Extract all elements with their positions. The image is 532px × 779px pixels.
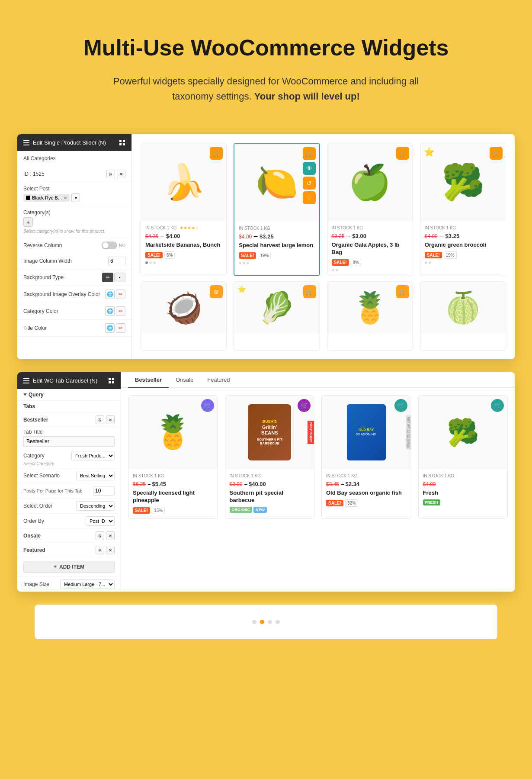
grid-icon-2[interactable] [109, 378, 115, 384]
bg-type-image-btn[interactable]: ▪ [114, 273, 125, 282]
hamburger-icon-2[interactable] [23, 378, 29, 383]
close-tag-icon[interactable]: ✕ [64, 196, 67, 200]
bottom-area [35, 605, 497, 639]
tab-pineapple-cart[interactable]: 🛒 [201, 399, 214, 412]
tab-oldbay-cart[interactable]: 🛒 [394, 399, 407, 412]
select-order-label: Select Order [23, 503, 52, 509]
category-color-slash-btn[interactable]: ✏ [116, 306, 125, 316]
coconut-cart-btn[interactable]: ⊕ [210, 285, 223, 298]
onsale-copy-btn[interactable]: ⎘ [96, 531, 104, 540]
lemon-heart-btn[interactable]: ♡ [303, 191, 316, 204]
bestseller-close-btn[interactable]: ✕ [106, 415, 115, 424]
bestseller-copy-btn[interactable]: ⎘ [96, 415, 104, 424]
tab-nav-bestseller[interactable]: Bestseller [128, 372, 169, 387]
product-image-apple: 🍏 🛒 [327, 143, 413, 221]
tab-nav-onsale[interactable]: Onsale [169, 372, 200, 387]
broccoli-sale-badge: SALE! [425, 252, 442, 258]
select-post-row: Select Post Black Rye B... ✕ ▾ [17, 182, 131, 206]
onsale-close-btn[interactable]: ✕ [106, 531, 115, 540]
title-color-globe-btn[interactable]: 🌐 [105, 323, 115, 333]
bg-type-pen-btn[interactable]: ✏ [102, 273, 113, 282]
broccoli-stock: IN STOCK 1 KG [425, 225, 502, 230]
tab-oldbay-info: IN STOCK 1 KG $3.45 – $2.34 Old Bay seas… [322, 469, 411, 511]
image-column-width-input[interactable] [108, 257, 125, 265]
reverse-column-toggle[interactable]: NO [102, 241, 125, 249]
tab-product-fresh: 🥦 🛒 IN STOCK 1 KG $4.00 Fresh FRESH [418, 395, 508, 519]
organic-badge: ORGANIC [230, 507, 253, 513]
panel-2-title: Edit WC Tab Carousel (N) [33, 377, 97, 384]
dropdown-btn[interactable]: ▾ [71, 193, 80, 202]
copy-id-btn[interactable]: ⎘ [106, 170, 115, 178]
broccoli-old-price: $4.00 [425, 233, 438, 239]
tab-products-area: Bestseller Onsale Featured 🍍 🛒 IN STOCK … [121, 372, 515, 592]
lemon-cart-btn[interactable]: 🛒 [303, 147, 316, 160]
product-image-lemon: 🍋 🛒 👁 ↺ ♡ [234, 144, 319, 222]
celery-cart-btn[interactable]: 🛒 [303, 285, 316, 298]
posts-per-page-label: Posts Per Page for This Tab [23, 488, 83, 493]
image-size-select[interactable]: Medium Large - 7... [60, 579, 115, 589]
adot2 [336, 269, 338, 271]
hamburger-icon[interactable] [23, 140, 29, 145]
apple-pct-badge: 8% [351, 259, 361, 266]
tab-barbecue-cart[interactable]: 🛒 [298, 399, 311, 412]
query-section: Query [17, 389, 121, 401]
image-size-row: Image Size Medium Large - 7... [17, 576, 121, 592]
order-by-select[interactable]: Post ID [86, 516, 115, 526]
category-select[interactable]: Fresh Produ... [71, 451, 115, 460]
tab-oldbay-price: $3.45 – $2.34 [326, 480, 407, 488]
tab-pineapple-img: 🍍 🛒 [128, 396, 218, 469]
featured-copy-btn[interactable]: ⎘ [96, 546, 104, 554]
tabs-label: Tabs [23, 403, 35, 410]
pineapple2-cart-btn[interactable]: 🛒 [396, 285, 409, 298]
featured-tab-item: Featured ⎘ ✕ [17, 543, 121, 557]
pineapple2-actions: 🛒 [396, 285, 409, 298]
title-color-slash-btn[interactable]: ✏ [116, 323, 125, 333]
select-order-select[interactable]: Descending [76, 501, 115, 511]
apple-badges: SALE! 8% [332, 259, 408, 266]
subtitle-bold: Your shop will level up! [254, 91, 360, 102]
title-color-btns: 🌐 ✏ [105, 323, 125, 333]
tab-title-input[interactable] [23, 436, 115, 447]
order-by-row: Order By Post ID [17, 514, 121, 529]
lemon-dots [239, 262, 314, 264]
color-globe-btn[interactable]: 🌐 [105, 290, 115, 299]
tab-barbecue-name: Southern pit special barbecue [230, 489, 310, 504]
product-card-broccoli: 🥦 ⭐ 🛒 IN STOCK 1 KG $4.00 – [420, 143, 506, 276]
grid-icon[interactable] [119, 140, 125, 146]
toggle-track[interactable] [102, 241, 117, 249]
scenario-select[interactable]: Best Selling [76, 471, 115, 480]
lemon-view-btn[interactable]: 👁 [303, 162, 316, 175]
broccoli-cart-btn[interactable]: 🛒 [490, 147, 503, 160]
banana-price: $4.25 – $4.00 [145, 232, 222, 240]
banana-emoji: 🍌 [162, 165, 205, 200]
banana-actions: 🛒 [210, 147, 223, 160]
tab-fresh-cart[interactable]: 🛒 [491, 399, 504, 412]
close-id-btn[interactable]: ✕ [117, 170, 125, 178]
oldbay-can: OLD BAY SEASONING [347, 404, 386, 460]
banana-cart-btn[interactable]: 🛒 [210, 147, 223, 160]
featured-close-btn[interactable]: ✕ [106, 546, 115, 554]
add-category-btn[interactable]: + [23, 217, 33, 227]
tab-nav-featured[interactable]: Featured [200, 372, 237, 387]
sidebar-2-header-left: Edit WC Tab Carousel (N) [23, 377, 97, 384]
broccoli-price: $4.00 – $3.25 [425, 232, 502, 240]
pdot4 [276, 620, 280, 624]
fresh-badge: FRESH [423, 499, 441, 505]
coconut-actions: ⊕ [210, 285, 223, 298]
posts-per-page-input[interactable] [93, 486, 115, 496]
tab-barbecue-stock: IN STOCK 1 KG [230, 473, 310, 478]
lemon-refresh-btn[interactable]: ↺ [303, 177, 316, 190]
black-swatch [26, 196, 30, 200]
category-color-globe-btn[interactable]: 🌐 [105, 306, 115, 316]
widget-panel-2: Edit WC Tab Carousel (N) Query Tabs Best… [17, 372, 515, 592]
tab-product-pineapple: 🍍 🛒 IN STOCK 1 KG $6.25 – $5.45 Speciall… [128, 395, 218, 519]
tab-fresh-info: IN STOCK 1 KG $4.00 Fresh FRESH [419, 469, 508, 510]
color-slash-btn[interactable]: ✏ [116, 290, 125, 299]
lemon-sale-badge: SALE! [239, 252, 256, 259]
product-card-bananas: 🍌 🛒 IN STOCK 1 KG ★★★★☆ $4.25 – [141, 143, 227, 276]
bg-type-label: Background Type [23, 274, 64, 280]
add-item-btn[interactable]: + ADD ITEM [23, 561, 115, 573]
apple-cart-btn[interactable]: 🛒 [396, 147, 409, 160]
category-section-2: Category Fresh Produ... Select Category [17, 448, 121, 468]
tab-fresh-tags: FRESH [423, 499, 503, 505]
